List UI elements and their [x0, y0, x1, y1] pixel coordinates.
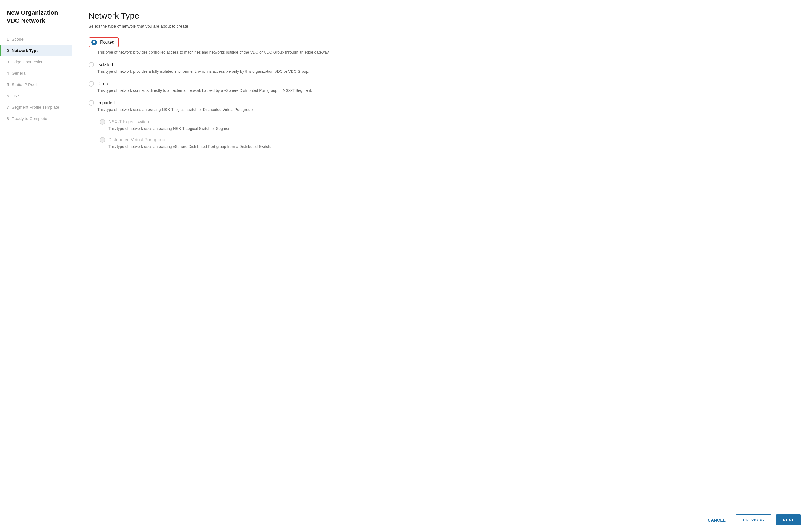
nsxt-description: This type of network uses an existing NS…: [108, 126, 795, 132]
step-8-label: Ready to Complete: [12, 116, 47, 121]
step-1-number: 1: [6, 37, 9, 42]
step-6-label: DNS: [12, 94, 20, 98]
routed-wrapper[interactable]: Routed: [88, 37, 119, 47]
step-2-network-type[interactable]: 2 Network Type: [0, 45, 72, 56]
routed-label[interactable]: Routed: [88, 37, 795, 48]
step-3-label: Edge Connection: [12, 59, 43, 64]
routed-radio-circle: [91, 40, 97, 45]
step-3-number: 3: [6, 59, 9, 64]
sidebar-title: New Organization VDC Network: [0, 9, 72, 33]
dvpg-description: This type of network uses an existing vS…: [108, 144, 795, 149]
dvpg-radio-circle: [100, 137, 105, 143]
sub-option-dvpg: Distributed Virtual Port group This type…: [100, 137, 795, 149]
direct-radio-circle: [88, 81, 94, 87]
direct-description: This type of network connects directly t…: [97, 88, 795, 94]
nsxt-label[interactable]: NSX-T logical switch: [100, 119, 795, 125]
step-3-edge-connection[interactable]: 3 Edge Connection: [0, 56, 72, 68]
step-7-segment-profile[interactable]: 7 Segment Profile Template: [0, 101, 72, 113]
sidebar: New Organization VDC Network 1 Scope 2 N…: [0, 0, 72, 508]
dvpg-text: Distributed Virtual Port group: [108, 138, 165, 142]
direct-label[interactable]: Direct: [88, 81, 795, 87]
step-5-label: Static IP Pools: [12, 82, 39, 87]
option-imported: Imported This type of network uses an ex…: [88, 100, 795, 113]
step-1-scope[interactable]: 1 Scope: [0, 33, 72, 45]
step-4-general[interactable]: 4 General: [0, 68, 72, 79]
dialog-body: New Organization VDC Network 1 Scope 2 N…: [0, 0, 812, 508]
step-5-static-ip-pools[interactable]: 5 Static IP Pools: [0, 79, 72, 90]
dialog-footer: CANCEL PREVIOUS NEXT: [0, 508, 812, 531]
step-4-number: 4: [6, 71, 9, 75]
isolated-radio-circle: [88, 62, 94, 68]
direct-text: Direct: [97, 81, 109, 86]
step-8-number: 8: [6, 116, 9, 121]
step-4-label: General: [12, 71, 26, 75]
routed-description: This type of network provides controlled…: [97, 49, 795, 55]
step-8-ready-to-complete[interactable]: 8 Ready to Complete: [0, 113, 72, 124]
imported-description: This type of network uses an existing NS…: [97, 107, 795, 113]
page-subtitle: Select the type of network that you are …: [88, 24, 795, 28]
previous-button[interactable]: PREVIOUS: [736, 514, 771, 526]
imported-text: Imported: [97, 100, 115, 105]
step-7-label: Segment Profile Template: [12, 105, 59, 110]
nsxt-radio-circle: [100, 119, 105, 125]
step-2-number: 2: [6, 48, 9, 53]
step-1-label: Scope: [12, 37, 24, 42]
step-list: 1 Scope 2 Network Type 3 Edge Connection…: [0, 33, 72, 124]
step-2-label: Network Type: [12, 48, 39, 53]
option-isolated: Isolated This type of network provides a…: [88, 62, 795, 74]
cancel-button[interactable]: CANCEL: [702, 515, 731, 525]
dialog: New Organization VDC Network 1 Scope 2 N…: [0, 0, 812, 531]
isolated-text: Isolated: [97, 62, 113, 67]
step-7-number: 7: [6, 105, 9, 110]
nsxt-text: NSX-T logical switch: [108, 119, 149, 125]
isolated-description: This type of network provides a fully is…: [97, 69, 795, 74]
dvpg-label[interactable]: Distributed Virtual Port group: [100, 137, 795, 143]
option-direct: Direct This type of network connects dir…: [88, 81, 795, 94]
page-title: Network Type: [88, 11, 795, 20]
imported-label[interactable]: Imported: [88, 100, 795, 106]
main-content: Network Type Select the type of network …: [72, 0, 812, 508]
next-button[interactable]: NEXT: [776, 514, 801, 526]
option-routed: Routed This type of network provides con…: [88, 37, 795, 55]
step-6-dns[interactable]: 6 DNS: [0, 90, 72, 101]
isolated-label[interactable]: Isolated: [88, 62, 795, 68]
sub-option-nsxt: NSX-T logical switch This type of networ…: [100, 119, 795, 132]
imported-radio-circle: [88, 100, 94, 106]
step-5-number: 5: [6, 82, 9, 87]
routed-text: Routed: [100, 40, 115, 45]
step-6-number: 6: [6, 94, 9, 98]
